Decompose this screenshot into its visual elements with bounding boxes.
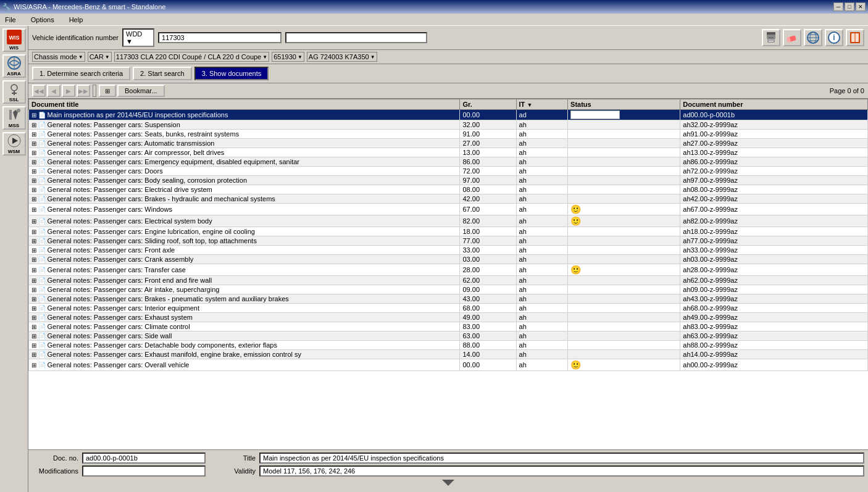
table-row[interactable]: ⊞ 📄 General notes: Passenger cars: Exhau… — [29, 350, 868, 359]
car-type-dropdown[interactable]: CAR ▼ — [88, 52, 112, 62]
expand-icon[interactable]: ⊞ — [31, 286, 38, 293]
expand-icon[interactable]: ⊞ — [31, 342, 38, 349]
table-row[interactable]: ⊞ 📄 General notes: Passenger cars: Windo… — [29, 204, 868, 215]
table-row[interactable]: ⊞ 📄 General notes: Passenger cars: Body … — [29, 176, 868, 185]
table-row[interactable]: ⊞ 📄 General notes: Passenger cars: Slidi… — [29, 236, 868, 246]
expand-icon[interactable]: ⊞ — [31, 296, 38, 302]
table-row[interactable]: ⊞ 📄 General notes: Passenger cars: Clima… — [29, 322, 868, 331]
table-row[interactable]: ⊞ 📄 General notes: Passenger cars: Side … — [29, 331, 868, 341]
nav-view-button[interactable]: ⊞ — [99, 85, 116, 97]
erase-button[interactable] — [783, 29, 801, 46]
menu-help[interactable]: Help — [67, 15, 86, 25]
table-row[interactable]: ⊞ 📄 General notes: Passenger cars: Detac… — [29, 341, 868, 350]
expand-icon[interactable]: ⊞ — [31, 112, 38, 119]
table-row[interactable]: ⊞ 📄 General notes: Passenger cars: Air i… — [29, 285, 868, 294]
col-header-title[interactable]: Document title — [29, 99, 460, 110]
maximize-button[interactable]: □ — [845, 2, 854, 11]
expand-icon[interactable]: ⊞ — [31, 277, 38, 284]
search-field[interactable] — [285, 32, 427, 43]
window-controls[interactable]: ─ □ ✕ — [833, 2, 866, 11]
expand-icon[interactable]: ⊞ — [31, 196, 38, 202]
bookmark-button[interactable]: Bookmar... — [117, 85, 165, 97]
close-button[interactable]: ✕ — [856, 2, 866, 11]
print-button[interactable] — [762, 29, 780, 46]
nav-prev-button[interactable]: ◀ — [47, 85, 61, 97]
col-header-status[interactable]: Status — [568, 99, 680, 110]
table-row[interactable]: ⊞ 📄 General notes: Passenger cars: Brake… — [29, 294, 868, 304]
book-button[interactable] — [846, 29, 864, 46]
table-row[interactable]: ⊞ 📄 General notes: Passenger cars: Exhau… — [29, 313, 868, 322]
table-row[interactable]: ⊞ 📄 General notes: Passenger cars: Air c… — [29, 148, 868, 157]
menu-options[interactable]: Options — [28, 15, 57, 25]
model-dropdown[interactable]: 117303 CLA 220 CDI Coupé / CLA 220 d Cou… — [114, 52, 269, 62]
sidebar-item-asra[interactable]: ASRA — [2, 54, 26, 78]
table-row[interactable]: ⊞ 📄 General notes: Passenger cars: Brake… — [29, 194, 868, 204]
table-row[interactable]: ⊞ 📄 General notes: Passenger cars: Front… — [29, 276, 868, 285]
globe-button[interactable] — [804, 29, 822, 46]
table-row[interactable]: ⊞ 📄 General notes: Passenger cars: Overa… — [29, 359, 868, 371]
menu-file[interactable]: File — [2, 15, 19, 25]
expand-icon[interactable]: ⊞ — [31, 218, 38, 225]
expand-icon[interactable]: ⊞ — [31, 323, 38, 330]
expand-icon[interactable]: ⊞ — [31, 314, 38, 321]
doc-no-value: ad00.00-p-0001b — [82, 452, 206, 464]
sidebar-item-mss[interactable]: MSS — [2, 106, 26, 130]
table-row[interactable]: ⊞ 📄 General notes: Passenger cars: Emerg… — [29, 157, 868, 167]
table-row[interactable]: ⊞ 📄 General notes: Passenger cars: Doors… — [29, 167, 868, 176]
expand-icon[interactable]: ⊞ — [31, 140, 38, 147]
expand-icon[interactable]: ⊞ — [31, 206, 38, 213]
row-docnum: ah14.00-z-9999az — [680, 350, 868, 359]
nav-next-button[interactable]: ▶ — [62, 85, 75, 97]
table-row[interactable]: ⊞ 📄 General notes: Passenger cars: Elect… — [29, 185, 868, 194]
expand-icon[interactable]: ⊞ — [31, 149, 38, 156]
code2-dropdown[interactable]: AG 724003 K7A350 ▼ — [307, 52, 377, 62]
sidebar-item-wsm[interactable]: WSM — [2, 132, 26, 156]
nav-first-button[interactable]: ◀◀ — [32, 85, 46, 97]
row-title: Main inspection as per 2014/45/EU inspec… — [48, 111, 228, 119]
expand-icon[interactable]: ⊞ — [31, 238, 38, 244]
expand-icon[interactable]: ⊞ — [31, 159, 38, 165]
table-row[interactable]: ⊞ 📄 General notes: Passenger cars: Suspe… — [29, 120, 868, 130]
table-row[interactable]: ⊞ 📄 General notes: Passenger cars: Front… — [29, 246, 868, 255]
sidebar-item-ssl[interactable]: SSL — [2, 80, 26, 104]
expand-icon[interactable]: ⊞ — [31, 177, 38, 184]
expand-icon[interactable]: ⊞ — [31, 362, 38, 369]
table-row[interactable]: ⊞ 📄 Main inspection as per 2014/45/EU in… — [29, 110, 868, 120]
svg-point-4 — [11, 85, 17, 91]
table-row[interactable]: ⊞ 📄 General notes: Passenger cars: Inter… — [29, 304, 868, 313]
sidebar-item-wis[interactable]: WIS WIS — [2, 28, 26, 52]
step2-button[interactable]: 2. Start search — [133, 67, 192, 80]
minimize-button[interactable]: ─ — [833, 2, 843, 11]
vin-number-input[interactable] — [158, 32, 282, 43]
col-header-it[interactable]: IT ▼ — [516, 99, 568, 110]
table-row[interactable]: ⊞ 📄 General notes: Passenger cars: Elect… — [29, 215, 868, 227]
nav-last-button[interactable]: ▶▶ — [77, 85, 90, 97]
row-docnum: ah32.00-z-9999az — [680, 120, 868, 130]
table-row[interactable]: ⊞ 📄 General notes: Passenger cars: Engin… — [29, 227, 868, 236]
expand-icon[interactable]: ⊞ — [31, 333, 38, 340]
col-header-gr[interactable]: Gr. — [460, 99, 516, 110]
expand-icon[interactable]: ⊞ — [31, 186, 38, 193]
expand-icon[interactable]: ⊞ — [31, 267, 38, 273]
expand-icon[interactable]: ⊞ — [31, 228, 38, 235]
expand-icon[interactable]: ⊞ — [31, 131, 38, 138]
table-row[interactable]: ⊞ 📄 General notes: Passenger cars: Trans… — [29, 264, 868, 276]
expand-icon[interactable]: ⊞ — [31, 256, 38, 263]
expand-icon[interactable]: ⊞ — [31, 305, 38, 312]
expand-icon[interactable]: ⊞ — [31, 122, 38, 128]
code1-dropdown[interactable]: 651930 ▼ — [272, 52, 304, 62]
expand-icon[interactable]: ⊞ — [31, 247, 38, 254]
col-header-docnum[interactable]: Document number — [680, 99, 868, 110]
document-table[interactable]: Document title Gr. IT ▼ Status Document … — [28, 99, 868, 449]
row-it: ah — [516, 255, 568, 264]
expand-icon[interactable]: ⊞ — [31, 168, 38, 175]
info-button[interactable]: i — [825, 29, 843, 46]
table-row[interactable]: ⊞ 📄 General notes: Passenger cars: Autom… — [29, 139, 868, 148]
step3-button[interactable]: 3. Show documents — [194, 67, 269, 80]
table-row[interactable]: ⊞ 📄 General notes: Passenger cars: Seats… — [29, 130, 868, 139]
chassis-mode-dropdown[interactable]: Chassis mode ▼ — [32, 52, 85, 62]
step1-button[interactable]: 1. Determine search criteria — [32, 67, 130, 80]
vin-prefix-dropdown[interactable]: WDD ▼ — [122, 28, 154, 47]
expand-icon[interactable]: ⊞ — [31, 351, 38, 358]
table-row[interactable]: ⊞ 📄 General notes: Passenger cars: Crank… — [29, 255, 868, 264]
